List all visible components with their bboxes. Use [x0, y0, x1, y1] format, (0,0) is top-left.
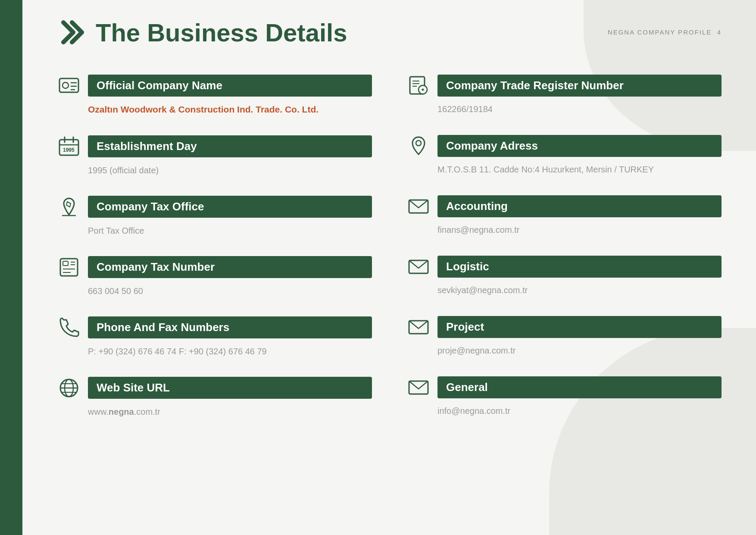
- chevron-double-icon: [57, 17, 87, 47]
- company-address-label: Company Adress: [446, 139, 538, 152]
- logistic-value: sevkiyat@negna.com.tr: [406, 284, 722, 297]
- right-column: Company Trade Register Number 162266/191…: [406, 73, 722, 436]
- svg-point-29: [416, 141, 421, 146]
- detail-item-company-tax-office: Company Tax Office Port Tax Office: [57, 195, 372, 237]
- website-value: www.negna.com.tr: [57, 405, 372, 418]
- accounting-label: Accounting: [446, 200, 508, 213]
- phone-fax-bar: Phone And Fax Numbers: [88, 316, 372, 338]
- svg-point-1: [62, 82, 69, 88]
- svg-text:1995: 1995: [63, 147, 75, 153]
- page-header: The Business Details NEGNA COMPANY PROFI…: [57, 17, 722, 47]
- envelope-logistic-icon: [406, 254, 431, 278]
- accounting-value: finans@negna.com.tr: [406, 223, 722, 236]
- header-left: The Business Details: [57, 17, 347, 47]
- svg-rect-12: [63, 261, 68, 266]
- phone-icon: [57, 316, 81, 340]
- header-right: NEGNA COMPANY PROFILE 4: [608, 28, 722, 36]
- envelope-project-icon: [406, 315, 431, 339]
- location-icon: [406, 134, 431, 158]
- detail-item-company-address: Company Adress M.T.O.S.B 11. Cadde No:4 …: [406, 134, 722, 176]
- company-tax-office-value: Port Tax Office: [57, 224, 372, 237]
- company-tax-number-bar: Company Tax Number: [88, 256, 372, 278]
- logistic-label: Logistic: [446, 260, 489, 273]
- accounting-bar: Accounting: [437, 195, 722, 217]
- main-grid: Official Company Name Ozaltın Woodwork &…: [57, 73, 722, 436]
- detail-item-establishment-day: 1995 Establishment Day 1995 (official da…: [57, 135, 372, 177]
- trade-register-value: 162266/19184: [406, 103, 722, 116]
- general-value: info@negna.com.tr: [406, 404, 722, 417]
- general-bar: General: [437, 376, 722, 398]
- detail-item-phone-fax: Phone And Fax Numbers P: +90 (324) 676 4…: [57, 316, 372, 358]
- globe-icon: [57, 376, 81, 400]
- company-address-value: M.T.O.S.B 11. Cadde No:4 Huzurkent, Mers…: [406, 163, 722, 176]
- trade-register-bar: Company Trade Register Number: [437, 75, 722, 97]
- establishment-day-value: 1995 (official date): [57, 164, 372, 177]
- page-title: The Business Details: [96, 18, 347, 47]
- project-label: Project: [446, 320, 484, 333]
- detail-item-website: Web Site URL www.negna.com.tr: [57, 376, 372, 418]
- website-label: Web Site URL: [97, 381, 170, 394]
- envelope-accounting-icon: [406, 194, 431, 218]
- detail-item-official-company-name: Official Company Name Ozaltın Woodwork &…: [57, 73, 372, 116]
- calendar-icon: 1995: [57, 135, 81, 159]
- company-tax-office-bar: Company Tax Office: [88, 196, 372, 218]
- detail-item-general: General info@negna.com.tr: [406, 375, 722, 417]
- pin-icon: [57, 195, 81, 219]
- user-card-icon: [57, 73, 81, 97]
- logistic-bar: Logistic: [437, 256, 722, 278]
- detail-item-accounting: Accounting finans@negna.com.tr: [406, 194, 722, 236]
- general-label: General: [446, 381, 488, 394]
- sidebar: [0, 0, 22, 535]
- detail-item-company-tax-number: Company Tax Number 663 004 50 60: [57, 255, 372, 297]
- company-tax-number-value: 663 004 50 60: [57, 285, 372, 297]
- trade-register-label: Company Trade Register Number: [446, 79, 624, 92]
- detail-item-logistic: Logistic sevkiyat@negna.com.tr: [406, 254, 722, 297]
- website-bar: Web Site URL: [88, 377, 372, 399]
- company-profile-label: NEGNA COMPANY PROFILE 4: [608, 28, 722, 36]
- official-company-name-bar: Official Company Name: [88, 75, 372, 97]
- official-company-name-label: Official Company Name: [97, 79, 222, 92]
- envelope-general-icon: [406, 375, 431, 399]
- phone-fax-label: Phone And Fax Numbers: [97, 321, 229, 334]
- project-value: proje@negna.com.tr: [406, 344, 722, 357]
- establishment-day-bar: Establishment Day: [88, 135, 372, 157]
- detail-item-trade-register: Company Trade Register Number 162266/191…: [406, 73, 722, 116]
- tax-icon: [57, 255, 81, 279]
- official-company-name-value: Ozaltın Woodwork & Construction Ind. Tra…: [57, 103, 372, 116]
- left-column: Official Company Name Ozaltın Woodwork &…: [57, 73, 372, 436]
- detail-item-project: Project proje@negna.com.tr: [406, 315, 722, 357]
- project-bar: Project: [437, 316, 722, 338]
- phone-fax-value: P: +90 (324) 676 46 74 F: +90 (324) 676 …: [57, 345, 372, 358]
- company-tax-number-label: Company Tax Number: [97, 260, 215, 273]
- company-tax-office-label: Company Tax Office: [97, 200, 204, 213]
- establishment-day-label: Establishment Day: [97, 140, 197, 153]
- company-address-bar: Company Adress: [437, 135, 722, 157]
- register-icon: [406, 73, 431, 97]
